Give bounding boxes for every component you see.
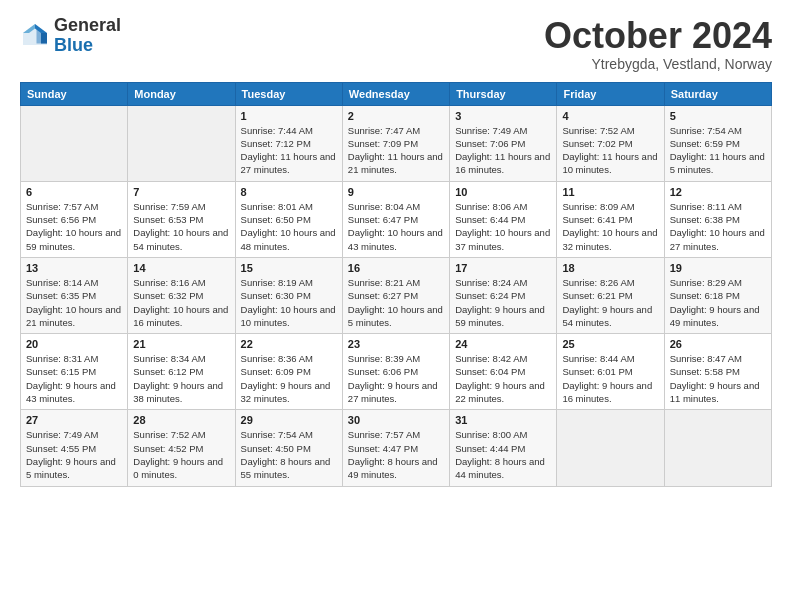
calendar-table: Sunday Monday Tuesday Wednesday Thursday… [20,82,772,487]
cell-week1-day3: 2Sunrise: 7:47 AM Sunset: 7:09 PM Daylig… [342,105,449,181]
cell-week3-day5: 18Sunrise: 8:26 AM Sunset: 6:21 PM Dayli… [557,257,664,333]
day-info: Sunrise: 8:06 AM Sunset: 6:44 PM Dayligh… [455,200,551,253]
cell-week3-day0: 13Sunrise: 8:14 AM Sunset: 6:35 PM Dayli… [21,257,128,333]
day-number: 30 [348,414,444,426]
day-number: 14 [133,262,229,274]
day-number: 12 [670,186,766,198]
th-monday: Monday [128,82,235,105]
cell-week4-day4: 24Sunrise: 8:42 AM Sunset: 6:04 PM Dayli… [450,334,557,410]
cell-week4-day0: 20Sunrise: 8:31 AM Sunset: 6:15 PM Dayli… [21,334,128,410]
cell-week2-day2: 8Sunrise: 8:01 AM Sunset: 6:50 PM Daylig… [235,181,342,257]
day-info: Sunrise: 8:29 AM Sunset: 6:18 PM Dayligh… [670,276,766,329]
day-info: Sunrise: 7:52 AM Sunset: 7:02 PM Dayligh… [562,124,658,177]
day-info: Sunrise: 8:16 AM Sunset: 6:32 PM Dayligh… [133,276,229,329]
day-number: 23 [348,338,444,350]
cell-week3-day2: 15Sunrise: 8:19 AM Sunset: 6:30 PM Dayli… [235,257,342,333]
day-info: Sunrise: 8:47 AM Sunset: 5:58 PM Dayligh… [670,352,766,405]
day-info: Sunrise: 8:01 AM Sunset: 6:50 PM Dayligh… [241,200,337,253]
logo-blue: Blue [54,36,121,56]
day-number: 1 [241,110,337,122]
cell-week3-day6: 19Sunrise: 8:29 AM Sunset: 6:18 PM Dayli… [664,257,771,333]
day-number: 29 [241,414,337,426]
week-row-3: 13Sunrise: 8:14 AM Sunset: 6:35 PM Dayli… [21,257,772,333]
cell-week1-day6: 5Sunrise: 7:54 AM Sunset: 6:59 PM Daylig… [664,105,771,181]
day-info: Sunrise: 8:00 AM Sunset: 4:44 PM Dayligh… [455,428,551,481]
day-info: Sunrise: 8:19 AM Sunset: 6:30 PM Dayligh… [241,276,337,329]
month-title: October 2024 [544,16,772,56]
th-saturday: Saturday [664,82,771,105]
header-row: Sunday Monday Tuesday Wednesday Thursday… [21,82,772,105]
week-row-2: 6Sunrise: 7:57 AM Sunset: 6:56 PM Daylig… [21,181,772,257]
th-sunday: Sunday [21,82,128,105]
day-info: Sunrise: 7:47 AM Sunset: 7:09 PM Dayligh… [348,124,444,177]
calendar-page: General Blue October 2024 Ytrebygda, Ves… [0,0,792,497]
cell-week5-day6 [664,410,771,486]
cell-week2-day3: 9Sunrise: 8:04 AM Sunset: 6:47 PM Daylig… [342,181,449,257]
cell-week2-day4: 10Sunrise: 8:06 AM Sunset: 6:44 PM Dayli… [450,181,557,257]
day-number: 16 [348,262,444,274]
cell-week3-day3: 16Sunrise: 8:21 AM Sunset: 6:27 PM Dayli… [342,257,449,333]
cell-week1-day1 [128,105,235,181]
cell-week2-day1: 7Sunrise: 7:59 AM Sunset: 6:53 PM Daylig… [128,181,235,257]
day-info: Sunrise: 7:57 AM Sunset: 4:47 PM Dayligh… [348,428,444,481]
logo: General Blue [20,16,121,56]
day-info: Sunrise: 8:44 AM Sunset: 6:01 PM Dayligh… [562,352,658,405]
cell-week2-day6: 12Sunrise: 8:11 AM Sunset: 6:38 PM Dayli… [664,181,771,257]
day-number: 4 [562,110,658,122]
day-info: Sunrise: 8:26 AM Sunset: 6:21 PM Dayligh… [562,276,658,329]
week-row-5: 27Sunrise: 7:49 AM Sunset: 4:55 PM Dayli… [21,410,772,486]
cell-week1-day5: 4Sunrise: 7:52 AM Sunset: 7:02 PM Daylig… [557,105,664,181]
day-info: Sunrise: 7:49 AM Sunset: 4:55 PM Dayligh… [26,428,122,481]
day-info: Sunrise: 7:57 AM Sunset: 6:56 PM Dayligh… [26,200,122,253]
day-number: 31 [455,414,551,426]
day-info: Sunrise: 8:31 AM Sunset: 6:15 PM Dayligh… [26,352,122,405]
day-info: Sunrise: 7:44 AM Sunset: 7:12 PM Dayligh… [241,124,337,177]
logo-text: General Blue [54,16,121,56]
svg-marker-5 [41,33,47,44]
week-row-4: 20Sunrise: 8:31 AM Sunset: 6:15 PM Dayli… [21,334,772,410]
day-number: 22 [241,338,337,350]
th-wednesday: Wednesday [342,82,449,105]
cell-week1-day0 [21,105,128,181]
day-number: 17 [455,262,551,274]
day-number: 20 [26,338,122,350]
day-number: 3 [455,110,551,122]
cell-week5-day3: 30Sunrise: 7:57 AM Sunset: 4:47 PM Dayli… [342,410,449,486]
day-number: 9 [348,186,444,198]
day-number: 28 [133,414,229,426]
day-info: Sunrise: 8:24 AM Sunset: 6:24 PM Dayligh… [455,276,551,329]
title-block: October 2024 Ytrebygda, Vestland, Norway [544,16,772,72]
week-row-1: 1Sunrise: 7:44 AM Sunset: 7:12 PM Daylig… [21,105,772,181]
day-number: 21 [133,338,229,350]
location-subtitle: Ytrebygda, Vestland, Norway [544,56,772,72]
day-info: Sunrise: 8:34 AM Sunset: 6:12 PM Dayligh… [133,352,229,405]
cell-week4-day2: 22Sunrise: 8:36 AM Sunset: 6:09 PM Dayli… [235,334,342,410]
cell-week4-day5: 25Sunrise: 8:44 AM Sunset: 6:01 PM Dayli… [557,334,664,410]
day-info: Sunrise: 8:36 AM Sunset: 6:09 PM Dayligh… [241,352,337,405]
cell-week2-day5: 11Sunrise: 8:09 AM Sunset: 6:41 PM Dayli… [557,181,664,257]
logo-icon [20,21,50,51]
day-info: Sunrise: 8:04 AM Sunset: 6:47 PM Dayligh… [348,200,444,253]
cell-week3-day1: 14Sunrise: 8:16 AM Sunset: 6:32 PM Dayli… [128,257,235,333]
day-number: 26 [670,338,766,350]
cell-week1-day2: 1Sunrise: 7:44 AM Sunset: 7:12 PM Daylig… [235,105,342,181]
cell-week5-day1: 28Sunrise: 7:52 AM Sunset: 4:52 PM Dayli… [128,410,235,486]
day-number: 7 [133,186,229,198]
day-number: 25 [562,338,658,350]
day-info: Sunrise: 8:39 AM Sunset: 6:06 PM Dayligh… [348,352,444,405]
logo-general: General [54,16,121,36]
th-friday: Friday [557,82,664,105]
cell-week2-day0: 6Sunrise: 7:57 AM Sunset: 6:56 PM Daylig… [21,181,128,257]
cell-week5-day2: 29Sunrise: 7:54 AM Sunset: 4:50 PM Dayli… [235,410,342,486]
day-info: Sunrise: 7:52 AM Sunset: 4:52 PM Dayligh… [133,428,229,481]
day-info: Sunrise: 7:49 AM Sunset: 7:06 PM Dayligh… [455,124,551,177]
cell-week5-day4: 31Sunrise: 8:00 AM Sunset: 4:44 PM Dayli… [450,410,557,486]
day-number: 5 [670,110,766,122]
cell-week1-day4: 3Sunrise: 7:49 AM Sunset: 7:06 PM Daylig… [450,105,557,181]
day-number: 19 [670,262,766,274]
day-info: Sunrise: 8:09 AM Sunset: 6:41 PM Dayligh… [562,200,658,253]
day-number: 15 [241,262,337,274]
cell-week4-day3: 23Sunrise: 8:39 AM Sunset: 6:06 PM Dayli… [342,334,449,410]
cell-week4-day6: 26Sunrise: 8:47 AM Sunset: 5:58 PM Dayli… [664,334,771,410]
day-info: Sunrise: 7:54 AM Sunset: 6:59 PM Dayligh… [670,124,766,177]
